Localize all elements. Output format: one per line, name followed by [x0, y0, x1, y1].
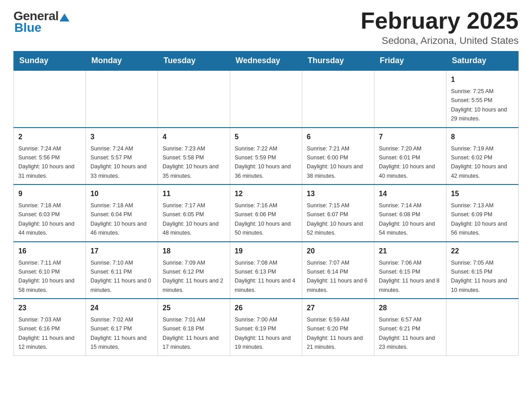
day-number: 22	[451, 246, 514, 257]
day-number: 15	[451, 188, 514, 199]
day-info: Sunrise: 7:22 AMSunset: 5:59 PMDaylight:…	[235, 146, 291, 179]
table-row	[14, 70, 86, 128]
day-number: 21	[379, 246, 442, 257]
table-row: 25Sunrise: 7:01 AMSunset: 6:18 PMDayligh…	[158, 299, 230, 355]
col-header-wednesday: Wednesday	[230, 51, 302, 71]
table-row: 21Sunrise: 7:06 AMSunset: 6:15 PMDayligh…	[374, 242, 446, 299]
col-header-thursday: Thursday	[302, 51, 374, 71]
title-block: February 2025 Sedona, Arizona, United St…	[360, 9, 519, 47]
table-row: 22Sunrise: 7:05 AMSunset: 6:15 PMDayligh…	[446, 242, 519, 299]
day-number: 20	[307, 246, 369, 257]
table-row: 12Sunrise: 7:16 AMSunset: 6:06 PMDayligh…	[230, 184, 302, 242]
day-number: 4	[163, 132, 225, 142]
logo-triangle-icon	[60, 13, 69, 21]
day-number: 9	[18, 188, 81, 199]
day-number: 16	[18, 246, 81, 257]
table-row: 24Sunrise: 7:02 AMSunset: 6:17 PMDayligh…	[86, 299, 158, 355]
table-row: 8Sunrise: 7:19 AMSunset: 6:02 PMDaylight…	[446, 128, 519, 185]
table-row: 16Sunrise: 7:11 AMSunset: 6:10 PMDayligh…	[14, 242, 86, 299]
table-row: 26Sunrise: 7:00 AMSunset: 6:19 PMDayligh…	[230, 299, 302, 355]
day-number: 24	[90, 303, 153, 313]
table-row: 13Sunrise: 7:15 AMSunset: 6:07 PMDayligh…	[302, 184, 374, 242]
table-row: 28Sunrise: 6:57 AMSunset: 6:21 PMDayligh…	[374, 299, 446, 355]
day-info: Sunrise: 7:00 AMSunset: 6:19 PMDaylight:…	[235, 317, 291, 350]
calendar-week-row: 23Sunrise: 7:03 AMSunset: 6:16 PMDayligh…	[14, 299, 519, 355]
table-row: 19Sunrise: 7:08 AMSunset: 6:13 PMDayligh…	[230, 242, 302, 299]
table-row: 2Sunrise: 7:24 AMSunset: 5:56 PMDaylight…	[14, 128, 86, 185]
day-info: Sunrise: 7:21 AMSunset: 6:00 PMDaylight:…	[307, 146, 363, 179]
col-header-monday: Monday	[86, 51, 158, 71]
day-number: 13	[307, 188, 369, 199]
table-row: 15Sunrise: 7:13 AMSunset: 6:09 PMDayligh…	[446, 184, 519, 242]
table-row: 23Sunrise: 7:03 AMSunset: 6:16 PMDayligh…	[14, 299, 86, 355]
day-info: Sunrise: 7:16 AMSunset: 6:06 PMDaylight:…	[235, 202, 291, 236]
day-number: 6	[307, 132, 369, 142]
calendar-week-row: 1Sunrise: 7:25 AMSunset: 5:55 PMDaylight…	[14, 70, 519, 128]
calendar-week-row: 9Sunrise: 7:18 AMSunset: 6:03 PMDaylight…	[14, 184, 519, 242]
calendar-subtitle: Sedona, Arizona, United States	[360, 35, 519, 47]
table-row: 14Sunrise: 7:14 AMSunset: 6:08 PMDayligh…	[374, 184, 446, 242]
day-info: Sunrise: 7:08 AMSunset: 6:13 PMDaylight:…	[235, 260, 296, 293]
table-row: 10Sunrise: 7:18 AMSunset: 6:04 PMDayligh…	[86, 184, 158, 242]
page-header: General Blue February 2025 Sedona, Arizo…	[13, 9, 519, 47]
day-number: 19	[235, 246, 297, 257]
svg-marker-0	[60, 13, 69, 21]
day-info: Sunrise: 7:24 AMSunset: 5:57 PMDaylight:…	[90, 146, 146, 179]
day-info: Sunrise: 7:06 AMSunset: 6:15 PMDaylight:…	[379, 260, 440, 293]
table-row: 4Sunrise: 7:23 AMSunset: 5:58 PMDaylight…	[158, 128, 230, 185]
day-info: Sunrise: 7:17 AMSunset: 6:05 PMDaylight:…	[163, 202, 219, 236]
day-info: Sunrise: 7:25 AMSunset: 5:55 PMDaylight:…	[451, 88, 507, 122]
day-info: Sunrise: 7:07 AMSunset: 6:14 PMDaylight:…	[307, 260, 368, 293]
day-info: Sunrise: 6:57 AMSunset: 6:21 PMDaylight:…	[379, 317, 435, 350]
day-info: Sunrise: 7:03 AMSunset: 6:16 PMDaylight:…	[18, 317, 74, 350]
col-header-friday: Friday	[374, 51, 446, 71]
col-header-sunday: Sunday	[14, 51, 86, 71]
day-number: 7	[379, 132, 442, 142]
day-info: Sunrise: 7:09 AMSunset: 6:12 PMDaylight:…	[163, 260, 223, 293]
day-number: 14	[379, 188, 442, 199]
table-row: 6Sunrise: 7:21 AMSunset: 6:00 PMDaylight…	[302, 128, 374, 185]
day-info: Sunrise: 7:19 AMSunset: 6:02 PMDaylight:…	[451, 146, 507, 179]
day-number: 25	[163, 303, 225, 313]
day-number: 27	[307, 303, 369, 313]
day-number: 11	[163, 188, 225, 199]
day-number: 12	[235, 188, 297, 199]
col-header-saturday: Saturday	[446, 51, 519, 71]
table-row	[374, 70, 446, 128]
logo: General Blue	[13, 9, 70, 34]
table-row: 18Sunrise: 7:09 AMSunset: 6:12 PMDayligh…	[158, 242, 230, 299]
day-info: Sunrise: 7:01 AMSunset: 6:18 PMDaylight:…	[163, 317, 219, 350]
day-info: Sunrise: 7:20 AMSunset: 6:01 PMDaylight:…	[379, 146, 435, 179]
day-number: 3	[90, 132, 153, 142]
day-info: Sunrise: 7:02 AMSunset: 6:17 PMDaylight:…	[90, 317, 146, 350]
table-row	[158, 70, 230, 128]
logo-blue-text: Blue	[14, 21, 42, 34]
day-info: Sunrise: 7:14 AMSunset: 6:08 PMDaylight:…	[379, 202, 435, 236]
day-info: Sunrise: 7:11 AMSunset: 6:10 PMDaylight:…	[18, 260, 74, 293]
table-row	[446, 299, 519, 355]
calendar-week-row: 2Sunrise: 7:24 AMSunset: 5:56 PMDaylight…	[14, 128, 519, 185]
day-number: 26	[235, 303, 297, 313]
table-row	[302, 70, 374, 128]
table-row: 27Sunrise: 6:59 AMSunset: 6:20 PMDayligh…	[302, 299, 374, 355]
day-number: 8	[451, 132, 514, 142]
day-number: 1	[451, 74, 514, 85]
table-row: 9Sunrise: 7:18 AMSunset: 6:03 PMDaylight…	[14, 184, 86, 242]
calendar-table: Sunday Monday Tuesday Wednesday Thursday…	[13, 51, 519, 356]
day-info: Sunrise: 7:15 AMSunset: 6:07 PMDaylight:…	[307, 202, 363, 236]
table-row: 5Sunrise: 7:22 AMSunset: 5:59 PMDaylight…	[230, 128, 302, 185]
col-header-tuesday: Tuesday	[158, 51, 230, 71]
table-row: 11Sunrise: 7:17 AMSunset: 6:05 PMDayligh…	[158, 184, 230, 242]
day-number: 23	[18, 303, 81, 313]
table-row: 1Sunrise: 7:25 AMSunset: 5:55 PMDaylight…	[446, 70, 519, 128]
calendar-title: February 2025	[360, 9, 519, 32]
day-info: Sunrise: 7:10 AMSunset: 6:11 PMDaylight:…	[90, 260, 151, 293]
table-row: 17Sunrise: 7:10 AMSunset: 6:11 PMDayligh…	[86, 242, 158, 299]
calendar-week-row: 16Sunrise: 7:11 AMSunset: 6:10 PMDayligh…	[14, 242, 519, 299]
day-number: 17	[90, 246, 153, 257]
day-info: Sunrise: 6:59 AMSunset: 6:20 PMDaylight:…	[307, 317, 363, 350]
day-info: Sunrise: 7:18 AMSunset: 6:04 PMDaylight:…	[90, 202, 146, 236]
day-info: Sunrise: 7:05 AMSunset: 6:15 PMDaylight:…	[451, 260, 507, 293]
day-info: Sunrise: 7:24 AMSunset: 5:56 PMDaylight:…	[18, 146, 74, 179]
day-number: 5	[235, 132, 297, 142]
